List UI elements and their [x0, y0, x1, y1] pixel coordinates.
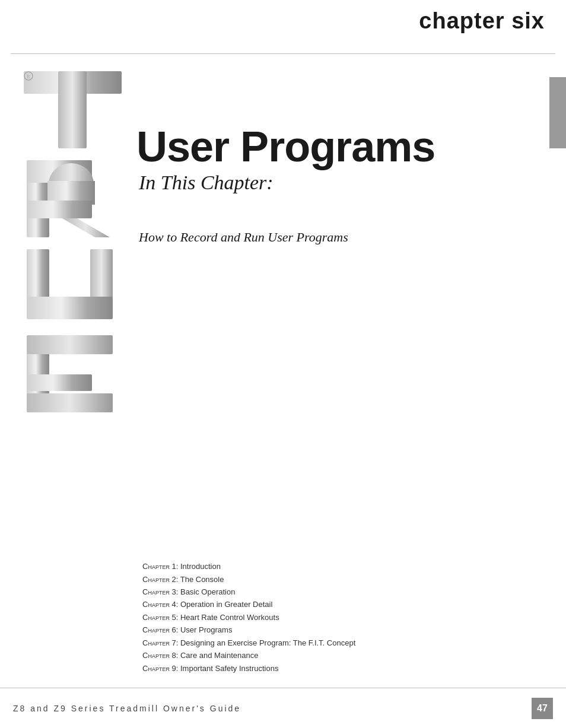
true-logo-svg: R	[18, 65, 128, 445]
chapter-label: Chapter	[142, 613, 170, 622]
toc-item-1: Chapter 1: Introduction	[142, 560, 536, 573]
in-this-chapter: In This Chapter:	[139, 171, 536, 194]
chapter-label: Chapter	[142, 600, 170, 609]
toc-item-9: Chapter 9: Important Safety Instructions	[142, 662, 536, 675]
chapter-label: Chapter	[142, 562, 170, 571]
title-block: User Programs In This Chapter: How to Re…	[136, 125, 536, 245]
footer-page-number: 47	[532, 698, 553, 719]
chapter-tab: chapter six	[390, 0, 566, 42]
svg-rect-6	[27, 201, 92, 218]
logo-area: R	[18, 65, 128, 445]
toc-item-4: Chapter 4: Operation in Greater Detail	[142, 598, 536, 611]
header: chapter six	[0, 0, 566, 11]
chapter-tab-title: chapter six	[419, 8, 545, 33]
toc-item-3: Chapter 3: Basic Operation	[142, 586, 536, 598]
chapter-label: Chapter	[142, 664, 170, 673]
main-title: User Programs	[136, 125, 536, 168]
chapter-label: Chapter	[142, 625, 170, 634]
footer: Z8 and Z9 Series Treadmill Owner's Guide…	[0, 688, 566, 728]
footer-title: Z8 and Z9 Series Treadmill Owner's Guide	[13, 704, 241, 713]
main-content: User Programs In This Chapter: How to Re…	[136, 54, 536, 245]
subtitle-text: How to Record and Run User Programs	[139, 230, 536, 245]
chapter-label: Chapter	[142, 651, 170, 660]
svg-rect-12	[27, 335, 113, 354]
svg-rect-10	[27, 297, 113, 319]
svg-marker-7	[62, 218, 110, 237]
toc-item-6: Chapter 6: User Programs	[142, 624, 536, 636]
svg-text:R: R	[27, 74, 30, 80]
chapter-label: Chapter	[142, 575, 170, 584]
side-tab	[549, 77, 566, 148]
toc-item-7: Chapter 7: Designing an Exercise Program…	[142, 637, 536, 649]
svg-rect-14	[27, 393, 113, 412]
toc-item-5: Chapter 5: Heart Rate Control Workouts	[142, 611, 536, 624]
toc-area: Chapter 1: Introduction Chapter 2: The C…	[142, 560, 536, 675]
toc-item-8: Chapter 8: Care and Maintenance	[142, 649, 536, 662]
svg-rect-1	[58, 71, 87, 148]
chapter-label: Chapter	[142, 638, 170, 647]
toc-item-2: Chapter 2: The Console	[142, 573, 536, 586]
svg-rect-13	[27, 374, 92, 391]
chapter-label: Chapter	[142, 587, 170, 596]
